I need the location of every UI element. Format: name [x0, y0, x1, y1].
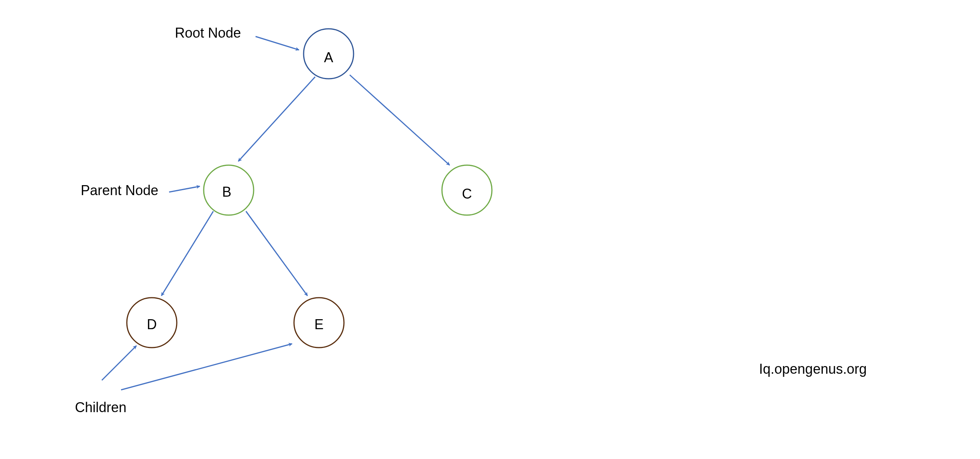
node-a-label: A — [324, 50, 333, 66]
label-parent-node: Parent Node — [81, 182, 158, 199]
node-c-label: C — [462, 186, 472, 202]
arrow-children-to-d — [102, 346, 136, 380]
node-e-label: E — [314, 316, 324, 333]
arrow-parent-label — [169, 186, 200, 192]
attribution-text: Iq.opengenus.org — [759, 361, 867, 377]
node-d-label: D — [147, 316, 157, 333]
edge-a-c — [350, 75, 450, 165]
arrow-root-label — [256, 36, 299, 50]
tree-svg — [0, 0, 980, 459]
edge-b-d — [161, 211, 213, 296]
edge-b-e — [246, 211, 307, 296]
diagram-canvas: A B C D E Root Node Parent Node Children… — [0, 0, 980, 459]
edge-a-b — [238, 77, 315, 161]
label-root-node: Root Node — [175, 25, 241, 41]
arrow-children-to-e — [121, 344, 292, 390]
node-b-label: B — [222, 184, 231, 200]
label-children: Children — [75, 399, 126, 416]
